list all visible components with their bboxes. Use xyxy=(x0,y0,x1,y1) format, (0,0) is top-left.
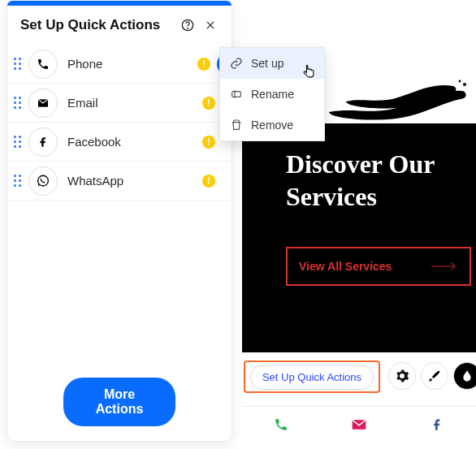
trash-icon xyxy=(230,119,243,132)
design-tool[interactable] xyxy=(421,362,448,390)
view-services-button[interactable]: View All Services xyxy=(286,247,471,286)
quick-actions-panel: Set Up Quick Actions xyxy=(6,0,232,442)
drag-handle-icon[interactable] xyxy=(14,136,24,149)
droplet-icon xyxy=(461,369,474,382)
action-list: Phone ! Email ! xyxy=(7,45,232,201)
action-label: Phone xyxy=(67,57,197,71)
drag-handle-icon[interactable] xyxy=(14,175,24,188)
menu-item-remove[interactable]: Remove xyxy=(220,110,324,140)
drag-handle-icon[interactable] xyxy=(14,97,24,110)
brush-icon xyxy=(427,369,442,383)
warning-icon: ! xyxy=(202,175,215,188)
facebook-icon xyxy=(28,127,58,157)
action-row-email[interactable]: Email ! xyxy=(7,84,232,123)
menu-item-label: Remove xyxy=(251,119,293,132)
email-icon xyxy=(351,418,367,431)
hero-section: Discover Our Services View All Services xyxy=(242,123,476,352)
facebook-icon xyxy=(431,418,444,431)
svg-point-5 xyxy=(459,80,461,83)
settings-tool[interactable] xyxy=(388,362,416,390)
quick-actions-bar xyxy=(242,406,476,442)
color-tool[interactable] xyxy=(453,362,476,390)
action-row-whatsapp[interactable]: WhatsApp ! xyxy=(7,162,232,201)
gear-icon xyxy=(395,369,409,383)
panel-header: Set Up Quick Actions xyxy=(7,6,232,41)
svg-rect-3 xyxy=(232,92,241,97)
set-up-quick-actions-button[interactable]: Set Up Quick Actions xyxy=(250,365,374,390)
menu-item-label: Rename xyxy=(251,88,294,101)
action-label: Facebook xyxy=(67,135,202,149)
action-row-facebook[interactable]: Facebook ! xyxy=(7,123,232,162)
action-row-phone[interactable]: Phone ! xyxy=(7,45,232,84)
link-icon xyxy=(230,57,243,70)
svg-point-4 xyxy=(463,83,466,86)
hero-title: Discover Our Services xyxy=(286,148,476,213)
warning-icon: ! xyxy=(202,97,215,110)
cursor-pointer-icon xyxy=(301,63,317,84)
selection-outline: Set Up Quick Actions xyxy=(244,360,380,393)
whatsapp-icon xyxy=(28,166,58,196)
phone-icon xyxy=(28,50,58,79)
row-context-menu: Set up Rename Remove xyxy=(219,47,325,141)
more-actions-button[interactable]: More Actions xyxy=(63,378,175,426)
help-icon[interactable] xyxy=(178,15,197,35)
arrow-right-icon xyxy=(431,261,458,272)
cta-label: View All Services xyxy=(299,260,392,273)
warning-icon: ! xyxy=(197,58,210,71)
svg-point-1 xyxy=(188,28,188,29)
quickbar-phone[interactable] xyxy=(242,407,320,442)
phone-icon xyxy=(274,417,288,432)
action-label: WhatsApp xyxy=(67,174,202,188)
action-label: Email xyxy=(67,96,202,110)
close-icon[interactable] xyxy=(201,15,220,35)
quickbar-facebook[interactable] xyxy=(398,407,476,442)
rename-icon xyxy=(230,88,243,101)
menu-item-label: Set up xyxy=(251,57,283,70)
panel-title: Set Up Quick Actions xyxy=(20,17,178,33)
email-icon xyxy=(28,89,58,118)
brush-stroke-decoration xyxy=(325,76,471,125)
warning-icon: ! xyxy=(202,136,215,149)
quickbar-email[interactable] xyxy=(320,407,398,442)
drag-handle-icon[interactable] xyxy=(14,58,24,71)
